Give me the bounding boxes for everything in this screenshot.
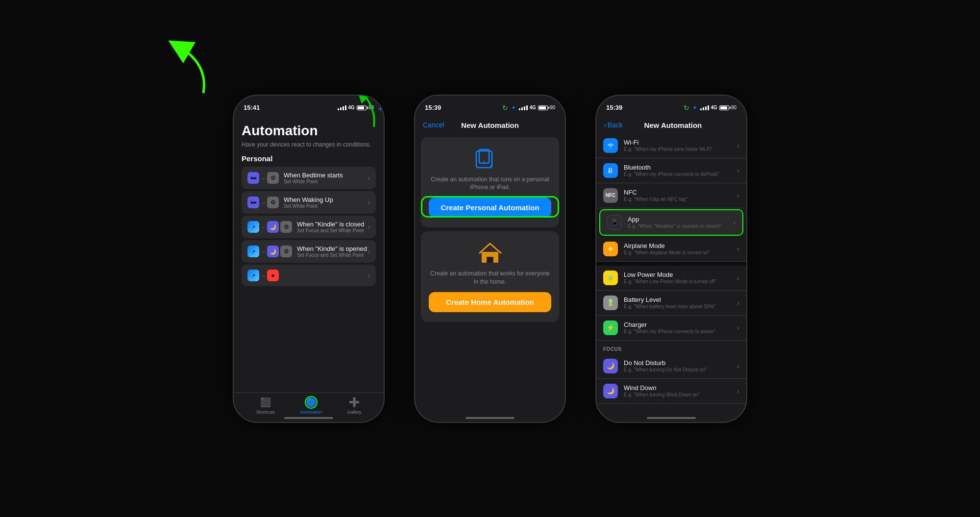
charger-sub: E.g. "When my iPhone connects to power" [624, 328, 731, 335]
cancel-button[interactable]: Cancel [423, 121, 444, 129]
tab-automation[interactable]: 🔵 Automation [300, 396, 322, 415]
dnd-icon: 🌙 [603, 359, 618, 373]
wifi-sub: E.g. "When my iPhone joins home Wi-Fi" [624, 146, 731, 152]
battery-pct-3: 90 [731, 105, 736, 110]
tab-shortcuts[interactable]: ⬛ Shortcuts [256, 396, 275, 415]
battery-icon-2 [538, 105, 548, 110]
tab-label-automation: Automation [300, 410, 322, 415]
svg-rect-6 [488, 258, 492, 263]
gallery-tab-icon: ➕ [348, 396, 361, 409]
item-name-1: When Bedtime starts [284, 172, 343, 179]
home-indicator-3 [647, 417, 696, 419]
nav-title-2: New Automation [461, 121, 519, 129]
status-time-3: 15:39 [606, 104, 622, 111]
automation-subtitle: Have your devices react to changes in co… [242, 141, 376, 149]
battery-sub: E.g. "When battery level rises above 50%… [624, 303, 731, 310]
network-label-2: 4G [530, 105, 536, 110]
item-name-4: When "Kindle" is opened [297, 245, 367, 252]
dnd-name: Do Not Disturb [624, 359, 731, 367]
list-item[interactable]: 🛏 → ⚙ When Bedtime starts Set White Poin… [242, 167, 376, 189]
status-time-1: 15:41 [244, 104, 260, 111]
list-item[interactable]: 🛏 → ⚙ When Waking Up Set White Point › [242, 191, 376, 214]
chevron-icon-3: › [368, 223, 370, 231]
automation-list: 🛏 → ⚙ When Bedtime starts Set White Poin… [242, 167, 376, 287]
arrow-icon-3: → [261, 224, 266, 230]
chevron-icon-5: › [368, 271, 370, 279]
charger-item[interactable]: ⚡ Charger E.g. "When my iPhone connects … [596, 316, 746, 341]
app-name: App [628, 216, 727, 223]
nav-bar-2: Cancel New Automation Cancel [415, 117, 565, 133]
bed-icon-2: 🛏 [247, 197, 259, 208]
battery-chevron: › [737, 299, 739, 307]
home-indicator-2 [466, 417, 514, 419]
phone-1: 15:41 4G 89 + [233, 95, 385, 423]
signal-bar-1 [338, 108, 339, 110]
app-chevron: › [733, 219, 735, 226]
item-name-2: When Waking Up [284, 196, 333, 203]
svg-point-5 [490, 165, 492, 166]
app-sub: E.g. "When "Weather" is opened or closed… [628, 223, 727, 229]
item-sub-3: Set Focus and Set White Point [297, 228, 364, 233]
status-icons-3: ↻ ✦ 4G 90 [684, 104, 736, 112]
bluetooth-icon: Ƀ [603, 163, 618, 178]
airplane-icon: ✈ [603, 242, 618, 256]
automation-title: Automation [242, 123, 376, 139]
personal-icon [475, 147, 505, 172]
shortcuts-icon-3: ↗ [247, 270, 259, 281]
chevron-icon-4: › [368, 247, 370, 255]
back-button[interactable]: ‹ Back [604, 121, 623, 129]
wifi-item[interactable]: Wi-Fi E.g. "When my iPhone joins home Wi… [596, 133, 746, 158]
green-arrow-svg [164, 39, 223, 98]
airplane-item[interactable]: ✈ Airplane Mode E.g. "When Airplane Mode… [596, 237, 746, 262]
dnd-sub: E.g. "When turning Do Not Disturb on" [624, 367, 731, 373]
item-sub-1: Set White Point [284, 179, 343, 184]
status-bar-3: 15:39 ↻ ✦ 4G 90 [596, 96, 746, 117]
lowpower-sub: E.g. "When Low Power Mode is turned off" [624, 278, 731, 285]
sync-icon: ↻ [502, 104, 508, 112]
network-label-1: 4G [348, 105, 355, 110]
nfc-item[interactable]: NFC NFC E.g. "When I tap an NFC tag" › [596, 183, 746, 208]
list-item[interactable]: ↗ → 🌙 ⚙ When "Kindle" is closed Set Focu… [242, 216, 376, 238]
focus-section-header: FOCUS [596, 341, 746, 354]
red-icon-1: ● [267, 270, 279, 281]
bluetooth-item[interactable]: Ƀ Bluetooth E.g. "When my iPhone connect… [596, 158, 746, 183]
create-home-automation-button[interactable]: Create Home Automation [429, 292, 551, 312]
network-label-3: 4G [711, 105, 717, 110]
lowpower-icon: 🔋 [603, 271, 618, 285]
status-bar-1: 15:41 4G 89 [234, 96, 384, 117]
app-item[interactable]: 📱 App E.g. "When "Weather" is opened or … [599, 209, 743, 236]
personal-section-label: Personal [242, 154, 376, 163]
dnd-item[interactable]: 🌙 Do Not Disturb E.g. "When turning Do N… [596, 354, 746, 379]
status-icons-1: 4G 89 [338, 105, 374, 110]
battery-name: Battery Level [624, 296, 731, 303]
wifi-chevron: › [737, 142, 739, 149]
automation-tab-icon: 🔵 [305, 396, 318, 409]
battery-fill-1 [358, 106, 364, 109]
arrow-icon-2: → [261, 200, 266, 205]
bluetooth-chevron: › [737, 167, 739, 174]
charger-chevron: › [737, 324, 739, 332]
home-automation-card: Create an automation that works for ever… [421, 231, 559, 322]
bt-icon-3: ✦ [692, 104, 697, 111]
bluetooth-name: Bluetooth [624, 164, 731, 171]
battery-icon-1 [357, 105, 367, 110]
personal-card-desc: Create an automation that runs on a pers… [429, 175, 551, 192]
lowpower-item[interactable]: 🔋 Low Power Mode E.g. "When Low Power Mo… [596, 266, 746, 291]
item-sub-4: Set Focus and Set White Point [297, 252, 367, 258]
list-item[interactable]: ↗ → ● › [242, 265, 376, 286]
signal-bars-1 [338, 105, 346, 110]
charger-name: Charger [624, 321, 731, 328]
signal-bar-2 [340, 107, 342, 110]
item-sub-2: Set White Point [284, 203, 333, 209]
battery-item[interactable]: 🔋 Battery Level E.g. "When battery level… [596, 291, 746, 316]
arrow-overlay [164, 39, 223, 100]
winddown-item[interactable]: 🌙 Wind Down E.g. "When turning Wind Down… [596, 379, 746, 404]
battery-pct-2: 90 [550, 105, 555, 110]
chevron-icon-1: › [368, 174, 370, 182]
plus-button[interactable]: + [377, 102, 384, 115]
phone-3: 15:39 ↻ ✦ 4G 90 ‹ Back New Automati [595, 95, 747, 423]
airplane-sub: E.g. "When Airplane Mode is turned on" [624, 249, 731, 256]
create-personal-automation-button[interactable]: Create Personal Automation [429, 197, 551, 218]
tab-gallery[interactable]: ➕ Gallery [347, 396, 362, 415]
list-item[interactable]: ↗ → 🌙 ⚙ When "Kindle" is opened Set Focu… [242, 240, 376, 263]
